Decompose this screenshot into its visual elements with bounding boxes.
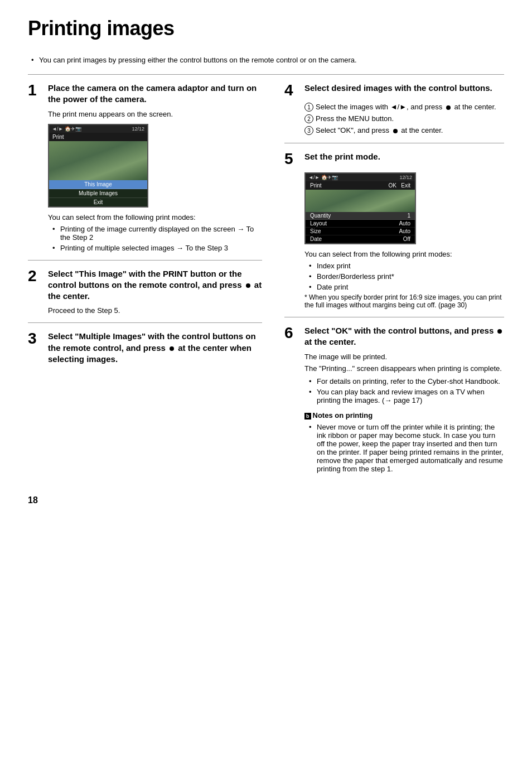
circle-3: 3	[304, 126, 313, 135]
step-5-header: 5 Set the print mode.	[284, 151, 504, 167]
step-4-num: 4	[284, 83, 300, 98]
step-1: 1 Place the camera on the camera adaptor…	[28, 83, 262, 252]
circle-2: 2	[304, 114, 313, 123]
left-column: 1 Place the camera on the camera adaptor…	[28, 83, 262, 479]
screen2-row-date: Date Off	[306, 235, 415, 243]
step-1-body: The print menu appears on the screen. ◄/…	[48, 110, 262, 252]
step-6-header: 6 Select "OK" with the control buttons, …	[284, 325, 504, 348]
notes-header: bNotes on printing	[304, 411, 504, 420]
divider-intro	[28, 74, 504, 75]
screen-date: 12/12	[132, 126, 144, 132]
screen2-size-value: Auto	[399, 228, 410, 234]
screen2-row-size: Size Auto	[306, 228, 415, 235]
step-3-header: 3 Select "Multiple Images" with the cont…	[28, 331, 262, 365]
sub-step-4-1-text: Select the images with ◄/►, and press at…	[316, 103, 496, 111]
black-dot-4-3	[393, 129, 398, 133]
screen2-table: Quantity 1 Layout Auto Size Auto Date	[306, 212, 415, 243]
screen2-image-area	[306, 190, 415, 212]
step-2-body: Proceed to the Step 5.	[48, 306, 262, 315]
step-2: 2 Select "This Image" with the PRINT but…	[28, 268, 262, 315]
notes-bullet-1: Never move or turn off the printer while…	[309, 423, 504, 473]
step-5-bullet-date: Date print	[309, 283, 504, 291]
step-4: 4 Select desired images with the control…	[284, 83, 504, 135]
step-2-header: 2 Select "This Image" with the PRINT but…	[28, 268, 262, 302]
sub-step-4-2: 2 Press the MENU button.	[304, 114, 504, 123]
screen-top-bar: ◄/► 🏠✈📷 12/12	[49, 125, 147, 133]
sub-step-4-3: 3 Select "OK", and press at the center.	[304, 126, 504, 135]
step-1-title: Place the camera on the camera adaptor a…	[48, 83, 262, 105]
step-5-bullet-index: Index print	[309, 262, 504, 270]
step-6-title: Select "OK" with the control buttons, an…	[304, 325, 504, 348]
step-3-title: Select "Multiple Images" with the contro…	[48, 331, 262, 365]
screen2-row-layout: Layout Auto	[306, 220, 415, 228]
black-dot-6	[497, 329, 502, 334]
sub-step-4-3-text: Select "OK", and press at the center.	[316, 126, 443, 134]
step-5-bullet-border: Border/Borderless print*	[309, 272, 504, 281]
screen2-layout-label: Layout	[310, 220, 327, 226]
step-4-title: Select desired images with the control b…	[304, 83, 492, 94]
screen-icons-left: ◄/► 🏠✈📷	[52, 126, 81, 132]
step-3-num: 3	[28, 331, 43, 346]
screen2-date: 12/12	[399, 175, 412, 180]
notes-bullets: Never move or turn off the printer while…	[309, 423, 504, 473]
right-column: 4 Select desired images with the control…	[284, 83, 504, 479]
step-1-header: 1 Place the camera on the camera adaptor…	[28, 83, 262, 105]
step-3: 3 Select "Multiple Images" with the cont…	[28, 331, 262, 365]
step-1-bullet-2: Printing of multiple selected images → T…	[52, 244, 262, 252]
step-5: 5 Set the print mode. ◄/► 🏠✈📷 12/12 Prin…	[284, 151, 504, 309]
step-6-line2: The "Printing..." screen disappears when…	[304, 364, 504, 373]
step-2-proceed: Proceed to the Step 5.	[48, 306, 262, 315]
step-6-bullets: For details on printing, refer to the Cy…	[309, 377, 504, 404]
sub-step-4-2-text: Press the MENU button.	[316, 114, 394, 123]
step-5-title: Set the print mode.	[304, 151, 380, 162]
step-1-bullet-1: Printing of the image currently displaye…	[52, 225, 262, 242]
screen2-date-label: Date	[310, 236, 322, 242]
screen2-layout-value: Auto	[399, 220, 410, 226]
screen2-quantity-value: 1	[407, 213, 410, 219]
menu-exit: Exit	[49, 198, 147, 206]
circle-1: 1	[304, 103, 313, 112]
screen2-size-label: Size	[310, 228, 321, 234]
divider-step4	[284, 143, 504, 143]
screen2-quantity-label: Quantity	[310, 213, 331, 219]
page-title: Printing images	[28, 17, 504, 40]
screen2-header: Print OK Exit	[306, 181, 415, 190]
divider-step2	[28, 322, 262, 323]
screen2-top-bar: ◄/► 🏠✈📷 12/12	[306, 173, 415, 181]
intro-bullet: You can print images by pressing either …	[28, 56, 504, 64]
step-5-body: ◄/► 🏠✈📷 12/12 Print OK Exit Quantity 1	[304, 172, 504, 309]
step-1-body-intro: The print menu appears on the screen.	[48, 110, 262, 118]
step-1-bullets: Printing of the image currently displaye…	[52, 225, 262, 252]
two-col-layout: 1 Place the camera on the camera adaptor…	[28, 83, 504, 479]
menu-this-image: This Image	[49, 180, 147, 189]
black-dot-3	[170, 346, 174, 351]
step-6-bullet-details: For details on printing, refer to the Cy…	[309, 377, 504, 385]
camera-screen-1: ◄/► 🏠✈📷 12/12 Print This Image Multiple …	[48, 124, 148, 208]
screen-image-area	[49, 141, 147, 180]
black-dot-4-1	[446, 105, 451, 110]
step-6-line1: The image will be printed.	[304, 353, 504, 361]
step-1-num: 1	[28, 83, 43, 98]
notes-icon: b	[304, 413, 311, 420]
black-dot-2	[246, 283, 250, 288]
divider-step1	[28, 260, 262, 261]
camera-screen-2: ◄/► 🏠✈📷 12/12 Print OK Exit Quantity 1	[304, 172, 416, 244]
page-number: 18	[28, 495, 504, 505]
step-2-title: Select "This Image" with the PRINT butto…	[48, 268, 262, 302]
step-1-modes-intro: You can select from the following print …	[48, 213, 262, 221]
step-4-body: 1 Select the images with ◄/►, and press …	[304, 103, 504, 135]
screen2-date-value: Off	[403, 236, 410, 242]
screen-menu: This Image Multiple Images Exit	[49, 180, 147, 206]
sub-step-4-1: 1 Select the images with ◄/►, and press …	[304, 103, 504, 112]
step-2-num: 2	[28, 268, 43, 284]
notes-title: Notes on printing	[313, 411, 373, 420]
step-5-bullets: Index print Border/Borderless print* Dat…	[309, 262, 504, 291]
step-4-header: 4 Select desired images with the control…	[284, 83, 504, 98]
screen2-print-label: Print	[310, 182, 322, 189]
screen-print-label: Print	[49, 133, 147, 141]
screen2-icons: ◄/► 🏠✈📷	[308, 175, 338, 180]
step-6-num: 6	[284, 325, 300, 341]
menu-multiple-images: Multiple Images	[49, 189, 147, 198]
step-6: 6 Select "OK" with the control buttons, …	[284, 325, 504, 473]
step-5-num: 5	[284, 151, 300, 167]
